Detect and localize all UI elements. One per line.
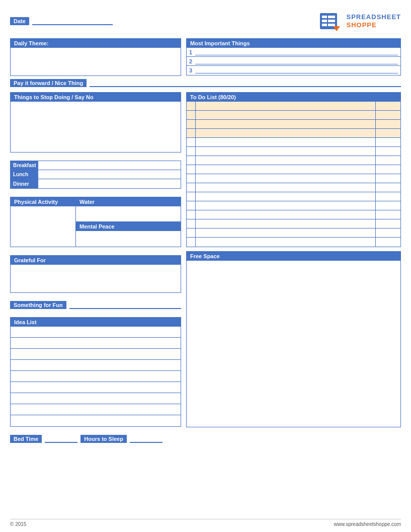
physical-activity-content[interactable] — [11, 206, 75, 247]
todo-row[interactable] — [187, 229, 400, 238]
stop-doing-header: Things to Stop Doing / Say No — [11, 93, 181, 102]
todo-row[interactable] — [187, 192, 400, 201]
dinner-label: Dinner — [11, 179, 38, 188]
todo-row[interactable] — [187, 219, 400, 229]
logo-text: SPREADSHEET SHOPPE — [346, 13, 401, 29]
idea-list-header: Idea List — [11, 318, 181, 327]
svg-rect-2 — [328, 16, 335, 18]
bed-time-row: Bed Time Hours to Sleep — [10, 435, 181, 443]
idea-row[interactable] — [11, 393, 181, 404]
water-section: Water — [76, 197, 181, 222]
todo-row[interactable] — [187, 120, 400, 129]
most-important-content: 1 2 3 — [187, 48, 400, 75]
breakfast-label: Breakfast — [11, 161, 38, 170]
date-input-line[interactable] — [32, 17, 113, 25]
fun-row: Something for Fun — [10, 301, 181, 309]
daily-theme-content[interactable] — [11, 48, 181, 75]
todo-row[interactable] — [187, 102, 400, 111]
svg-rect-4 — [328, 20, 335, 22]
idea-list-section: Idea List — [10, 317, 181, 427]
phys-water-section: Physical Activity Water Mental Peace — [10, 197, 181, 247]
todo-row[interactable] — [187, 129, 400, 138]
idea-row[interactable] — [11, 338, 181, 349]
physical-activity-header: Physical Activity — [11, 197, 75, 206]
idea-row[interactable] — [11, 371, 181, 382]
free-space-section: Free Space — [186, 251, 401, 427]
todo-section: To Do List (80/20) — [186, 92, 401, 247]
breakfast-row[interactable]: Breakfast — [11, 161, 181, 170]
water-header: Water — [76, 197, 181, 206]
lunch-label: Lunch — [11, 170, 38, 179]
mit-row-3[interactable]: 3 — [187, 66, 400, 75]
todo-header: To Do List (80/20) — [187, 93, 400, 102]
idea-row[interactable] — [11, 415, 181, 426]
todo-row[interactable] — [187, 174, 400, 183]
meals-section: Breakfast Lunch Dinner — [10, 161, 181, 189]
mental-peace-content[interactable] — [76, 231, 181, 246]
todo-row[interactable] — [187, 238, 400, 247]
physical-activity-col: Physical Activity — [11, 197, 76, 247]
hours-sleep-label: Hours to Sleep — [80, 435, 127, 443]
bed-time-input[interactable] — [45, 435, 77, 443]
todo-row[interactable] — [187, 138, 400, 147]
fun-line[interactable] — [69, 301, 181, 309]
todo-row[interactable] — [187, 111, 400, 120]
svg-rect-1 — [322, 16, 327, 18]
todo-row[interactable] — [187, 210, 400, 219]
date-label: Date — [10, 17, 29, 25]
stop-doing-section: Things to Stop Doing / Say No — [10, 92, 181, 153]
mental-peace-section: Mental Peace — [76, 222, 181, 246]
svg-rect-3 — [322, 20, 327, 22]
lunch-row[interactable]: Lunch — [11, 170, 181, 179]
idea-row[interactable] — [11, 404, 181, 415]
hours-sleep-input[interactable] — [130, 435, 162, 443]
most-important-header: Most Important Things — [187, 39, 400, 48]
logo: SPREADSHEET SHOPPE — [318, 9, 401, 33]
stop-doing-content[interactable] — [11, 102, 181, 152]
copyright: © 2015 — [10, 521, 26, 527]
fun-label: Something for Fun — [10, 301, 66, 309]
mental-peace-header: Mental Peace — [76, 222, 181, 231]
idea-row[interactable] — [11, 360, 181, 371]
footer: © 2015 www.spreadsheetshoppe.com — [10, 519, 401, 527]
idea-row[interactable] — [11, 382, 181, 393]
logo-icon — [318, 9, 342, 33]
svg-rect-5 — [322, 24, 327, 26]
mit-row-2[interactable]: 2 — [187, 57, 400, 66]
grateful-header: Grateful For — [11, 256, 181, 265]
svg-rect-6 — [328, 24, 335, 26]
todo-row[interactable] — [187, 183, 400, 192]
todo-row[interactable] — [187, 147, 400, 156]
todo-row[interactable] — [187, 201, 400, 210]
idea-row[interactable] — [11, 349, 181, 360]
water-mental-col: Water Mental Peace — [76, 197, 181, 247]
pay-forward-label: Pay it forward / Nice Thing — [10, 79, 87, 87]
dinner-row[interactable]: Dinner — [11, 179, 181, 188]
water-content[interactable] — [76, 206, 181, 221]
todo-row[interactable] — [187, 156, 400, 165]
grateful-section: Grateful For — [10, 255, 181, 293]
free-space-content[interactable] — [187, 261, 400, 427]
website: www.spreadsheetshoppe.com — [334, 521, 401, 527]
pay-forward-row: Pay it forward / Nice Thing — [10, 79, 401, 87]
free-space-header: Free Space — [187, 252, 400, 261]
todo-row[interactable] — [187, 165, 400, 174]
pay-forward-line[interactable] — [90, 79, 401, 87]
idea-row[interactable] — [11, 327, 181, 338]
mit-row-1[interactable]: 1 — [187, 48, 400, 57]
grateful-content[interactable] — [11, 265, 181, 292]
bed-time-label: Bed Time — [10, 435, 42, 443]
daily-theme-header: Daily Theme: — [11, 39, 181, 48]
